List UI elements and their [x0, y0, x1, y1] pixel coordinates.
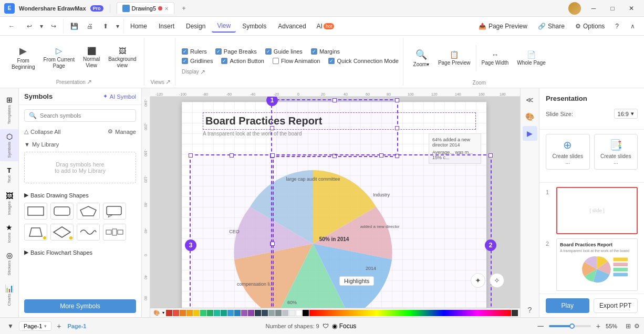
menu-symbols[interactable]: Symbols	[237, 20, 272, 32]
format-panel-btn[interactable]: 🎨	[523, 109, 537, 124]
collapse-ribbon-btn[interactable]: ∧	[625, 19, 640, 34]
sidebar-item-icons[interactable]: ★ Icons	[0, 220, 18, 246]
sidebar-item-symbols[interactable]: ⬡ Symbols	[0, 129, 18, 161]
help-panel-btn[interactable]: ?	[523, 302, 537, 317]
canvas[interactable]: Board Practices Report A transparent loo…	[150, 97, 520, 317]
swatch-teal[interactable]	[214, 310, 220, 316]
shape-misc[interactable]	[103, 224, 126, 241]
shape-rounded-rect[interactable]	[50, 203, 74, 220]
swatch-green[interactable]	[200, 310, 206, 316]
shape-squiggly[interactable]	[77, 224, 100, 241]
export-btn[interactable]: ⬆	[98, 19, 113, 34]
selection-box-2[interactable]: 2	[271, 154, 492, 317]
swatch-dark[interactable]	[512, 310, 518, 316]
zoom-minus-btn[interactable]: ─	[535, 321, 545, 331]
publish-btn[interactable]: 📤 Page Preview	[474, 20, 532, 32]
back-btn[interactable]: ←	[4, 19, 19, 34]
presentation-panel-btn[interactable]: ▶	[523, 126, 537, 141]
cb-page-breaks[interactable]: ✓ Page Breaks	[215, 48, 257, 55]
swatch-blue[interactable]	[227, 310, 234, 316]
slide-2-thumbnail[interactable]: Board Practices Report A transparent loo…	[556, 238, 638, 291]
help-btn[interactable]: ?	[611, 20, 623, 32]
sidebar-item-stickers[interactable]: ◎ Stickers	[0, 248, 18, 278]
swatch-white[interactable]	[296, 310, 302, 316]
maximize-btn[interactable]: □	[604, 2, 621, 15]
zoom-btn[interactable]: 🔍 Zoom▾	[410, 47, 433, 70]
normal-view-btn[interactable]: ⬛ NormalView	[80, 45, 103, 71]
selection-box-1[interactable]: 1	[271, 99, 398, 157]
create-slides-btn-1[interactable]: ⊕ Create slides ...	[546, 134, 590, 170]
swatch-red[interactable]	[173, 310, 179, 316]
save-btn[interactable]: 💾	[67, 19, 81, 34]
cb-margins[interactable]: ✓ Margins	[311, 48, 340, 55]
shape-diamond[interactable]	[50, 224, 74, 241]
page-dropdown-btn[interactable]: ▼	[4, 321, 17, 331]
close-btn[interactable]: ✕	[623, 2, 640, 15]
menu-design[interactable]: Design	[181, 20, 211, 32]
add-page-btn[interactable]: +	[54, 321, 64, 331]
sidebar-item-templates[interactable]: ⊞ Templates	[0, 92, 18, 127]
search-input[interactable]	[40, 112, 131, 119]
star-tool-btn[interactable]: ✧	[490, 273, 504, 288]
swatch-orange[interactable]	[180, 310, 186, 316]
shape-rectangle[interactable]	[24, 203, 47, 220]
swatch-navy[interactable]	[255, 310, 261, 316]
play-btn[interactable]: Play	[546, 298, 589, 313]
menu-advanced[interactable]: Advanced	[273, 20, 311, 32]
my-library-title[interactable]: ▼ My Library	[24, 139, 136, 150]
menu-ai[interactable]: AI hot	[313, 20, 339, 32]
from-beginning-btn[interactable]: ▶ FromBeginning	[8, 43, 38, 72]
swatch-red-dark[interactable]	[166, 310, 172, 316]
swatch-gray-dark[interactable]	[275, 310, 282, 316]
manage-btn[interactable]: ⚙ Manage	[108, 128, 136, 135]
zoom-slider[interactable]	[549, 325, 591, 327]
color-gradient-bar[interactable]	[309, 310, 511, 316]
slide-size-select[interactable]: 16:9 ▾	[614, 109, 638, 119]
tab-close-btn[interactable]: ✕	[164, 6, 169, 12]
views-expand-icon[interactable]: ↗	[165, 78, 171, 86]
sidebar-item-images[interactable]: 🖼 Images	[0, 189, 18, 218]
swatch-purple-dark[interactable]	[248, 310, 254, 316]
collapse-all-btn[interactable]: △ Collapse All	[24, 128, 60, 135]
fit-page-btn[interactable]: ⊞	[626, 322, 631, 330]
ai-symbol-btn[interactable]: ✦ AI Symbol	[103, 93, 136, 100]
cb-flow-anim[interactable]: Flow Animation	[273, 58, 320, 64]
menu-home[interactable]: Home	[125, 20, 152, 32]
swatch-navy-light[interactable]	[262, 310, 268, 316]
user-avatar[interactable]	[568, 2, 581, 15]
export-ppt-btn[interactable]: Export PPT	[594, 298, 638, 313]
protection-btn[interactable]: 🛡	[323, 322, 329, 330]
basic-flowchart-shapes-title[interactable]: ▶ Basic Flowchart Shapes	[24, 247, 136, 258]
swatch-blue-dark[interactable]	[234, 310, 241, 316]
slide-1-thumbnail[interactable]: [ slide ]	[556, 187, 638, 234]
background-view-btn[interactable]: 🖼 Backgroundview	[105, 45, 139, 71]
undo-btn[interactable]: ↩	[22, 19, 37, 34]
minimize-btn[interactable]: ─	[585, 2, 602, 15]
shape-pentagon[interactable]	[77, 203, 100, 220]
sidebar-item-charts[interactable]: 📊 Charts	[0, 281, 18, 309]
cb-gridlines[interactable]: ✓ Gridlines	[182, 58, 213, 64]
swatch-purple[interactable]	[241, 310, 247, 316]
page-1-tab[interactable]: Page-1 ▾	[19, 321, 51, 331]
undo-dropdown[interactable]: ▾	[38, 19, 45, 34]
export-dropdown[interactable]: ▾	[114, 19, 121, 34]
sidebar-item-text[interactable]: T Text	[0, 163, 18, 186]
settings-btn[interactable]: ⚙	[634, 322, 640, 330]
print-btn[interactable]: 🖨	[82, 19, 97, 34]
shape-trapezoid[interactable]	[24, 224, 47, 241]
create-slides-btn-2[interactable]: 📑 Create slides ...	[594, 134, 638, 170]
zoom-plus-btn[interactable]: +	[594, 322, 603, 330]
shape-chat-bubble[interactable]	[103, 203, 126, 220]
redo-btn[interactable]: ↪	[46, 19, 61, 34]
tab-drawing5[interactable]: Drawing5 ✕	[117, 2, 174, 14]
cb-quick-conn[interactable]: ✓ Quick Connection Mode	[328, 58, 398, 64]
new-tab-btn[interactable]: +	[179, 3, 189, 14]
focus-btn[interactable]: ◉ Focus	[332, 322, 357, 330]
presentation-expand-icon[interactable]: ↗	[87, 78, 92, 86]
options-btn[interactable]: ⚙ Options	[571, 20, 609, 32]
swatch-yellow-orange[interactable]	[186, 310, 193, 316]
swatch-teal-dark[interactable]	[221, 310, 227, 316]
swatch-silver[interactable]	[282, 310, 288, 316]
cb-rulers[interactable]: ✓ Rulers	[182, 48, 207, 55]
more-symbols-btn[interactable]: More Symbols	[24, 299, 136, 313]
